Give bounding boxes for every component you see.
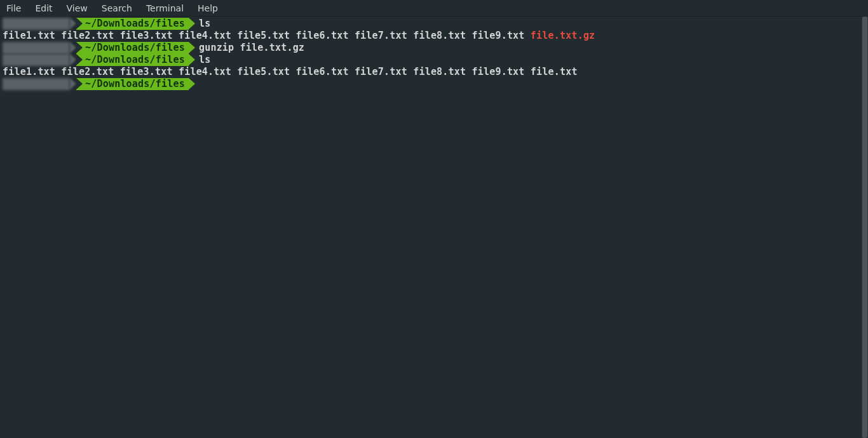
file-entry: file2.txt — [61, 66, 114, 77]
menubar: File Edit View Search Terminal Help — [0, 0, 868, 17]
prompt-user — [3, 18, 70, 30]
file-entry: file9.txt — [472, 66, 525, 77]
file-entry: file.txt — [531, 66, 578, 77]
menu-help[interactable]: Help — [191, 2, 224, 15]
file-entry: file5.txt — [237, 30, 290, 41]
file-entry: file7.txt — [355, 66, 407, 77]
prompt-path: ~/Downloads/files — [76, 18, 189, 30]
menu-search[interactable]: Search — [95, 2, 139, 15]
file-entry: file5.txt — [237, 66, 290, 77]
ls-output: file1.txt file2.txt file3.txt file4.txt … — [3, 30, 868, 42]
file-entry: file6.txt — [296, 66, 349, 77]
file-entry: file4.txt — [179, 30, 231, 41]
menu-view[interactable]: View — [60, 2, 94, 15]
file-entry: file3.txt — [120, 30, 173, 41]
file-entry: file9.txt — [472, 30, 525, 41]
prompt-user — [3, 54, 70, 66]
file-entry: file1.txt — [3, 30, 55, 41]
file-entry: file1.txt — [3, 66, 55, 77]
file-entry: file8.txt — [413, 30, 466, 41]
file-entry: file4.txt — [179, 66, 231, 77]
file-entry: file7.txt — [355, 30, 407, 41]
menu-file[interactable]: File — [5, 2, 27, 15]
command-text: ls — [199, 54, 210, 66]
prompt-user — [3, 78, 70, 90]
file-entry: file8.txt — [413, 66, 466, 77]
command-text: gunzip file.txt.gz — [199, 42, 304, 54]
prompt-line: ~/Downloads/filesls — [3, 18, 868, 30]
terminal-area[interactable]: ~/Downloads/fileslsfile1.txt file2.txt f… — [0, 17, 868, 90]
prompt-line: ~/Downloads/files — [3, 78, 868, 90]
prompt-path: ~/Downloads/files — [76, 54, 189, 66]
file-entry: file2.txt — [61, 30, 114, 41]
file-entry: file.txt.gz — [531, 30, 595, 41]
menu-terminal[interactable]: Terminal — [140, 2, 190, 15]
command-text: ls — [199, 18, 210, 30]
scrollbar[interactable] — [862, 17, 868, 438]
prompt-path: ~/Downloads/files — [76, 42, 189, 54]
prompt-line: ~/Downloads/filesgunzip file.txt.gz — [3, 42, 868, 54]
prompt-user — [3, 42, 70, 54]
prompt-path: ~/Downloads/files — [76, 78, 189, 90]
prompt-line: ~/Downloads/filesls — [3, 54, 868, 66]
ls-output: file1.txt file2.txt file3.txt file4.txt … — [3, 66, 868, 78]
file-entry: file3.txt — [120, 66, 173, 77]
menu-edit[interactable]: Edit — [29, 2, 58, 15]
scrollbar-thumb[interactable] — [862, 17, 867, 438]
file-entry: file6.txt — [296, 30, 349, 41]
